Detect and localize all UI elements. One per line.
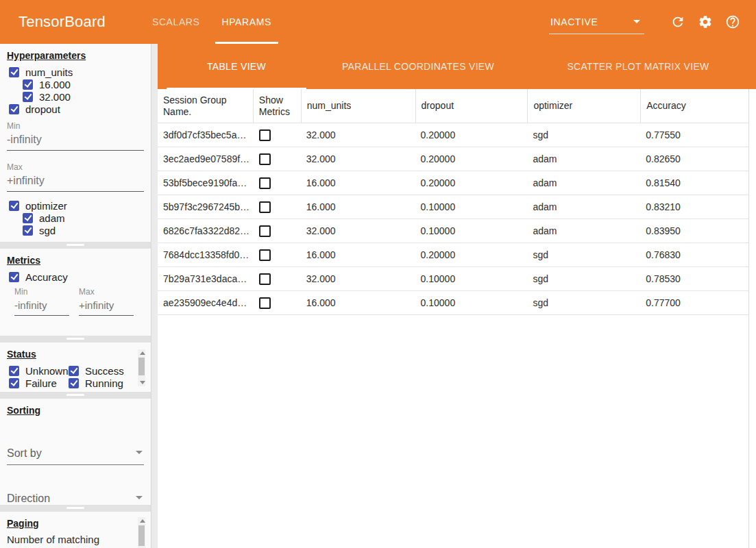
paging-scrollbar[interactable]	[138, 517, 145, 548]
sort-by-value: Sort by	[7, 447, 42, 459]
num-units-cell: 16.000	[301, 177, 415, 188]
accuracy-max-input[interactable]: +infinity	[79, 297, 134, 316]
status-success-label: Success	[85, 365, 124, 377]
panel-resize-handle[interactable]	[0, 392, 151, 399]
table-row: 3df0d7cf35bec5a… 32.000 0.20000 sgd 0.77…	[158, 123, 748, 147]
accuracy-min-field: Min -infinity	[14, 287, 69, 316]
panel-resize-handle[interactable]	[0, 505, 151, 512]
status-success-row: Success	[69, 364, 137, 377]
show-metrics-cell	[253, 201, 301, 213]
sort-by-dropdown[interactable]: Sort by	[7, 444, 144, 465]
num-units-cell: 32.000	[301, 273, 415, 284]
optimizer-cell: adam	[527, 153, 640, 164]
tab-scalars[interactable]: SCALARS	[141, 0, 211, 44]
tab-scatter-plot-matrix-label: SCATTER PLOT MATRIX VIEW	[567, 61, 709, 72]
help-icon	[725, 14, 740, 29]
gear-icon	[698, 14, 713, 29]
column-header-optimizer[interactable]: optimizer	[527, 89, 640, 123]
metric-accuracy-row: Accuracy	[9, 271, 151, 283]
accuracy-checkbox[interactable]	[9, 272, 19, 282]
dropout-label: dropout	[25, 103, 60, 115]
num-units-value-row: 16.000	[23, 78, 151, 90]
status-failure-checkbox[interactable]	[9, 378, 19, 388]
session-group-name: ae235909ec4e4d…	[158, 297, 253, 308]
dropout-cell: 0.20000	[415, 129, 528, 140]
show-metrics-checkbox[interactable]	[259, 201, 271, 213]
dropout-max-input[interactable]: +infinity	[7, 172, 144, 192]
tab-parallel-coordinates-view[interactable]: PARALLEL COORDINATES VIEW	[306, 44, 530, 89]
status-running-checkbox[interactable]	[69, 378, 79, 388]
accuracy-label: Accuracy	[25, 271, 68, 283]
top-toolbar: TensorBoard SCALARS HPARAMS INACTIVE	[0, 0, 756, 44]
accuracy-cell: 0.77550	[640, 129, 748, 140]
hyperparameters-panel: Hyperparameters num_units 16.000 32.000 …	[0, 44, 151, 242]
optimizer-cell: sgd	[527, 273, 640, 284]
accuracy-min-input[interactable]: -infinity	[14, 297, 69, 316]
optimizer-checkbox[interactable]	[9, 201, 19, 211]
tab-scatter-plot-matrix-view[interactable]: SCATTER PLOT MATRIX VIEW	[530, 44, 746, 89]
column-header-num-units[interactable]: num_units	[301, 89, 415, 123]
sidebar-scroll-gutter[interactable]	[151, 44, 158, 548]
scroll-up-icon[interactable]	[140, 351, 145, 355]
optimizer-cell: sgd	[527, 129, 640, 140]
session-group-name: 53bf5bece9190fa…	[158, 177, 253, 188]
show-metrics-checkbox[interactable]	[259, 297, 271, 309]
show-metrics-checkbox[interactable]	[259, 249, 271, 261]
tab-table-view[interactable]: TABLE VIEW	[167, 44, 306, 89]
session-group-name: 5b97f3c2967245b…	[158, 201, 253, 212]
num-units-checkbox[interactable]	[9, 67, 19, 77]
column-header-accuracy[interactable]: Accuracy	[640, 89, 748, 123]
status-running-label: Running	[85, 377, 123, 389]
refresh-icon	[670, 14, 685, 29]
status-success-checkbox[interactable]	[69, 366, 79, 376]
status-options: Unknown Success Failure Running	[9, 364, 151, 389]
scroll-up-icon[interactable]	[140, 519, 145, 523]
help-button[interactable]	[725, 14, 740, 29]
tab-hparams[interactable]: HPARAMS	[211, 0, 282, 44]
settings-button[interactable]	[698, 14, 713, 29]
show-metrics-cell	[253, 225, 301, 237]
app-title: TensorBoard	[19, 13, 106, 31]
column-header-show-metrics[interactable]: Show Metrics	[253, 89, 301, 123]
dropout-min-input[interactable]: -infinity	[7, 131, 144, 151]
status-unknown-checkbox[interactable]	[9, 366, 19, 376]
num-units-16-checkbox[interactable]	[23, 79, 33, 90]
status-scrollbar[interactable]	[138, 349, 145, 386]
table-header-row: Session Group Name. Show Metrics num_uni…	[158, 89, 748, 123]
column-header-session-group-name[interactable]: Session Group Name.	[158, 89, 253, 123]
num-units-label: num_units	[25, 66, 73, 78]
scrollbar-thumb[interactable]	[138, 525, 145, 546]
scrollbar-thumb[interactable]	[138, 358, 145, 375]
show-metrics-checkbox[interactable]	[259, 225, 271, 237]
panel-resize-handle[interactable]	[0, 242, 151, 249]
dropout-checkbox[interactable]	[9, 104, 19, 114]
show-metrics-checkbox[interactable]	[259, 153, 271, 165]
status-panel: Status Unknown Success Failure	[0, 342, 151, 392]
hparams-sidebar: Hyperparameters num_units 16.000 32.000 …	[0, 44, 151, 548]
toolbar-controls: INACTIVE	[549, 10, 740, 34]
optimizer-adam-checkbox[interactable]	[23, 213, 33, 223]
status-heading: Status	[7, 349, 151, 360]
panel-resize-handle[interactable]	[0, 336, 151, 342]
direction-dropdown[interactable]: Direction	[7, 489, 144, 505]
column-header-dropout[interactable]: dropout	[415, 89, 528, 123]
optimizer-cell: adam	[527, 225, 640, 236]
show-metrics-checkbox[interactable]	[259, 129, 271, 141]
num-units-32-checkbox[interactable]	[23, 92, 33, 102]
hyperparameters-heading: Hyperparameters	[7, 50, 151, 61]
show-metrics-checkbox[interactable]	[259, 177, 271, 189]
status-unknown-row: Unknown	[9, 364, 69, 377]
dropout-cell: 0.10000	[415, 297, 528, 308]
scroll-down-icon[interactable]	[140, 381, 145, 384]
session-groups-table: Session Group Name. Show Metrics num_uni…	[158, 89, 749, 548]
refresh-button[interactable]	[670, 14, 685, 29]
dropout-cell: 0.10000	[415, 225, 528, 236]
optimizer-sgd-checkbox[interactable]	[23, 225, 33, 236]
show-metrics-checkbox[interactable]	[259, 273, 271, 285]
optimizer-adam-label: adam	[39, 212, 65, 224]
dropout-cell: 0.20000	[415, 249, 528, 260]
accuracy-cell: 0.82650	[640, 153, 748, 164]
run-status-dropdown[interactable]: INACTIVE	[549, 16, 644, 34]
dropout-max-field: Max +infinity	[7, 162, 144, 192]
status-failure-label: Failure	[25, 377, 57, 389]
